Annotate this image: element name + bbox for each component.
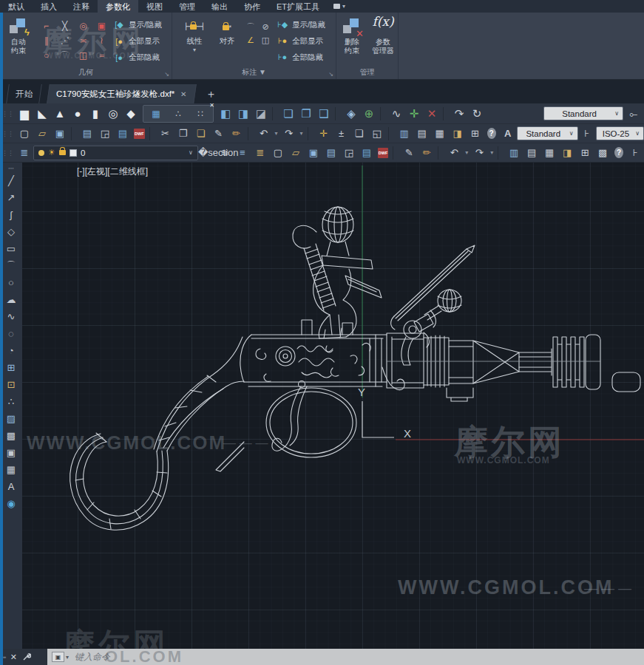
standard-tool-icon[interactable]: ✎ — [210, 129, 228, 138]
palette-tool-icon[interactable]: ∴ — [167, 109, 189, 118]
standard-tool-icon[interactable]: ▱ — [33, 129, 51, 138]
solid-tool-icon[interactable]: ● — [69, 108, 87, 119]
ribbon-options-button[interactable]: ▾ — [333, 0, 345, 13]
standard-tool-icon[interactable]: ◲ — [96, 129, 114, 138]
standard-tool-icon[interactable]: ▢ — [16, 129, 33, 138]
standard-tool-icon[interactable]: ✛ — [315, 129, 333, 138]
draw-tool-icon[interactable]: ▣ — [3, 444, 19, 461]
layer-row-tool-icon[interactable]: ◲ — [340, 148, 358, 157]
draw-tool-icon[interactable]: ◔ — [3, 342, 19, 359]
draw-tool-icon[interactable]: ʃ — [3, 206, 19, 223]
visibility-button[interactable]: [● 全部显示 — [112, 34, 162, 48]
ribbon-tab[interactable]: 参数化 — [98, 0, 138, 13]
layer-row-tool-icon[interactable]: ▦ — [540, 148, 558, 157]
panel-expander-icon[interactable]: ↘ — [328, 71, 333, 78]
draw-tool-icon[interactable]: ⊞ — [3, 359, 19, 376]
modeling-tool-icon[interactable]: ↷ — [450, 108, 468, 119]
constraint-icon[interactable]: ≍ — [74, 33, 92, 48]
standard-tool-icon[interactable]: ± — [333, 129, 350, 138]
ucs-icon[interactable]: Y X — [358, 386, 411, 440]
draw-tool-icon[interactable]: ◌ — [3, 325, 19, 342]
tab-document[interactable]: C1790安妮女王袖珍燧发枪.dxf* ✕ — [47, 84, 196, 103]
constraint-icon[interactable]: ∥ — [37, 33, 55, 48]
bulb-icon[interactable] — [38, 150, 44, 156]
ribbon-tab[interactable]: ET扩展工具 — [268, 0, 328, 13]
standard-tool-icon[interactable]: ❏ — [192, 129, 210, 138]
command-input[interactable]: ▣ ▾ 键入命令 OL.COM — [47, 649, 644, 665]
draw-tool-icon[interactable]: ◇ — [3, 223, 19, 240]
standard-tool-icon[interactable] — [149, 127, 155, 140]
layer-row-tool-icon[interactable]: ▤ — [523, 148, 540, 157]
panel-expander-icon[interactable]: ↘ — [164, 71, 169, 78]
draw-tool-icon[interactable]: ↗ — [3, 189, 19, 206]
text-style-icon[interactable]: A — [499, 129, 517, 138]
panel-label-dimension[interactable]: 标注 ▼ — [172, 67, 336, 78]
constraint-icon[interactable]: ⌐ — [37, 18, 55, 33]
visibility-button[interactable]: ⊦● 全部隐藏 — [276, 50, 325, 64]
layer-combo[interactable]: ☀ 0 ∨ — [33, 146, 198, 160]
standard-tool-icon[interactable] — [388, 127, 393, 140]
delete-constraints-button[interactable]: ✕ 删除 约束 — [336, 17, 367, 55]
modeling-tool-icon[interactable]: ❐ — [297, 108, 315, 119]
standard-tool-icon[interactable] — [308, 127, 313, 140]
standard-tool-icon[interactable]: ▥ — [396, 129, 413, 138]
layer-stack-icon[interactable]: ≡ — [234, 148, 251, 157]
visibility-button[interactable]: ⊦◆ 显示/隐藏 — [276, 18, 325, 32]
visibility-button[interactable]: ⊦● 全部显示 — [276, 34, 325, 48]
style-combo[interactable]: Standard ∨ — [543, 106, 623, 120]
standard-tool-icon[interactable]: ❐ — [174, 129, 192, 138]
ribbon-tab[interactable]: 管理 — [171, 0, 203, 13]
layer-row-tool-icon[interactable]: ▩ — [594, 148, 611, 157]
panel-label-manage[interactable]: 管理 — [336, 67, 398, 78]
layer-row-tool-icon[interactable]: ▢ — [269, 148, 287, 157]
drag-grip-icon[interactable]: ▪▪ — [3, 654, 6, 661]
linear-dim-button[interactable]: ⊢⊣ 线性 ▾ — [178, 18, 211, 53]
standard-tool-icon[interactable]: ❏ — [350, 129, 368, 138]
modeling-tool-icon[interactable]: ◨ — [234, 108, 252, 119]
standard-tool-icon[interactable]: ▤ — [78, 129, 96, 138]
modeling-tool-icon[interactable]: ❏ — [279, 108, 297, 119]
constraint-icon[interactable]: ⌒ — [55, 48, 74, 63]
standard-tool-icon[interactable] — [71, 127, 76, 140]
draw-tool-icon[interactable]: ☁ — [3, 291, 19, 308]
dim-tool-icon[interactable]: ⌒ — [243, 20, 258, 33]
standard-tool-icon[interactable]: ▾ — [273, 131, 280, 137]
layer-row-tool-icon[interactable]: ◨ — [558, 148, 576, 157]
standard-tool-icon[interactable]: DWF — [134, 129, 145, 139]
constraint-icon[interactable]: ≀ — [92, 33, 111, 48]
modeling-tool-icon[interactable]: ✛ — [405, 108, 423, 119]
standard-tool-icon[interactable]: ↶ — [255, 129, 273, 138]
command-icon[interactable]: ▣ — [52, 652, 64, 662]
close-icon[interactable]: ✕ — [180, 90, 186, 98]
draw-tool-icon[interactable]: ⌒ — [3, 257, 19, 274]
modeling-tool-icon[interactable] — [335, 107, 340, 120]
ribbon-tab[interactable]: 默认 — [0, 0, 33, 13]
ribbon-tab[interactable]: 协作 — [236, 0, 268, 13]
toolbar-grip[interactable]: ⋮⋮ — [1, 110, 13, 117]
layer-row-tool-icon[interactable]: ▱ — [287, 148, 305, 157]
drawing-canvas[interactable]: [-][左视][二维线框] — [22, 163, 644, 649]
layer-stack-icon[interactable]: �section — [198, 148, 216, 157]
layer-row-tool-icon[interactable] — [438, 146, 443, 160]
dim-tool-icon[interactable]: ⊦ — [626, 148, 644, 157]
modeling-tool-icon[interactable]: ◈ — [342, 108, 360, 119]
layer-row-tool-icon[interactable]: ▤ — [322, 148, 340, 157]
layer-row-tool-icon[interactable]: ↶ — [445, 148, 463, 157]
standard-tool-icon[interactable]: ▾ — [298, 131, 305, 137]
layer-row-tool-icon[interactable]: ▥ — [505, 148, 523, 157]
layer-row-tool-icon[interactable]: ▤ — [358, 148, 376, 157]
standard-tool-icon[interactable]: ↷ — [280, 129, 298, 138]
standard-tool-icon[interactable]: ◱ — [368, 129, 386, 138]
solid-tool-icon[interactable]: ▲ — [51, 108, 69, 119]
new-tab-button[interactable]: ＋ — [206, 87, 217, 103]
constraint-icon[interactable]: ▣ — [92, 18, 111, 33]
layer-row-tool-icon[interactable]: ✎ — [400, 148, 418, 157]
modeling-tool-icon[interactable]: ❑ — [315, 108, 333, 119]
palette-tool-icon[interactable]: ∷ — [189, 109, 211, 118]
toolbar-grip[interactable]: ⋮⋮ — [1, 130, 13, 137]
toolbar-grip[interactable]: ▪▪▪ — [8, 166, 13, 171]
modeling-tool-icon[interactable]: ◪ — [252, 108, 270, 119]
draw-tool-icon[interactable]: ▩ — [3, 427, 19, 444]
ribbon-tab[interactable]: 视图 — [138, 0, 171, 13]
standard-tool-icon[interactable]: ◨ — [449, 129, 467, 138]
